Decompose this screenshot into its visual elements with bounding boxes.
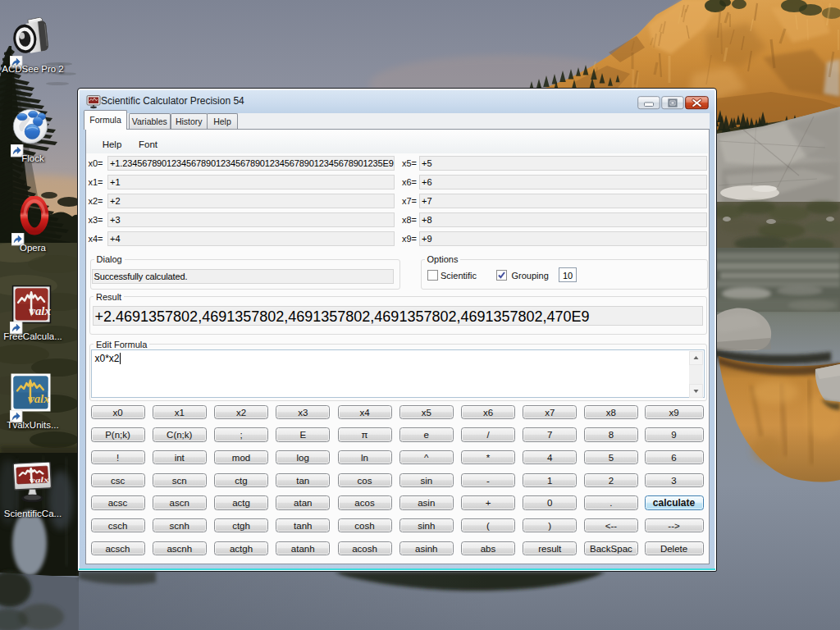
svg-text:valx: valx bbox=[29, 392, 49, 405]
svg-text:valx: valx bbox=[30, 475, 50, 484]
svg-text:valx: valx bbox=[30, 304, 51, 317]
